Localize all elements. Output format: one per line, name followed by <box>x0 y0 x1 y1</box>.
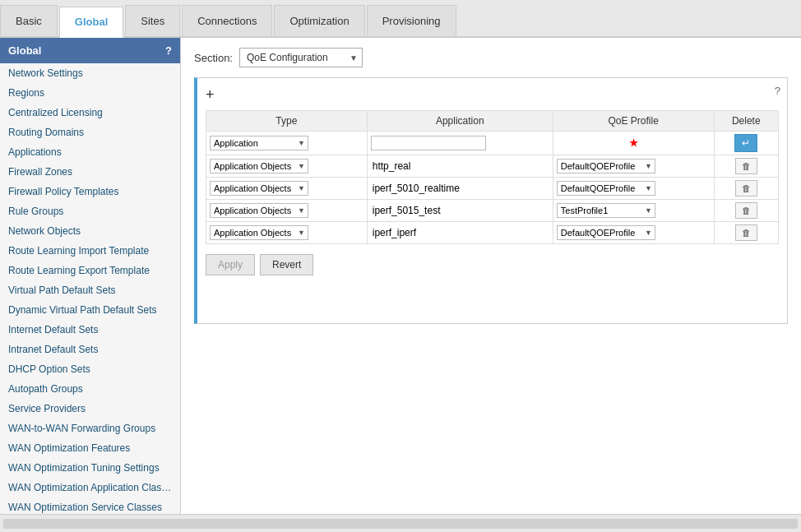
sidebar-header: Global ? <box>0 38 180 63</box>
row3-type-select[interactable]: Application Objects <box>210 203 308 218</box>
top-nav: Basic Global Sites Connections Optimizat… <box>0 0 801 38</box>
col-application: Application <box>367 111 553 132</box>
sidebar-item-route-learning-export[interactable]: Route Learning Export Template <box>0 261 180 280</box>
sidebar-item-network-settings[interactable]: Network Settings <box>0 63 180 83</box>
content-area: Section: QoE Configuration ▼ + ? Type Ap… <box>181 38 801 514</box>
row1-profile-cell: DefaultQOEProfile ▼ <box>553 155 714 178</box>
qoe-panel: + ? Type Application QoE Profile Delete <box>194 77 788 324</box>
tab-sites[interactable]: Sites <box>125 5 180 36</box>
add-row-button[interactable]: + <box>206 86 215 104</box>
bottom-scrollbar <box>0 514 801 532</box>
tab-provisioning[interactable]: Provisioning <box>367 5 456 36</box>
row3-delete-button[interactable]: 🗑 <box>735 202 757 219</box>
sidebar-item-route-learning-import[interactable]: Route Learning Import Template <box>0 241 180 261</box>
sidebar-item-dhcp-option-sets[interactable]: DHCP Option Sets <box>0 359 180 379</box>
row3-profile-cell: TestProfile1 ▼ <box>553 200 714 222</box>
row1-type-wrapper: Application Objects ▼ <box>210 159 308 173</box>
row1-delete-cell: 🗑 <box>714 155 778 178</box>
sidebar-item-wan-optimization-app-classifiers[interactable]: WAN Optimization Application Classifiers <box>0 478 180 497</box>
sidebar-item-internet-default-sets[interactable]: Internet Default Sets <box>0 320 180 340</box>
row3-type-wrapper: Application Objects ▼ <box>210 203 308 218</box>
col-delete: Delete <box>714 111 778 132</box>
tab-connections[interactable]: Connections <box>182 5 272 36</box>
bottom-scroll-track[interactable] <box>3 519 798 529</box>
row3-type-cell: Application Objects ▼ <box>206 200 368 222</box>
row3-profile-wrapper: TestProfile1 ▼ <box>557 203 655 218</box>
sidebar-item-wan-to-wan-forwarding-groups[interactable]: WAN-to-WAN Forwarding Groups <box>0 419 180 438</box>
table-row: Application Objects ▼ iperf_iperf Defaul… <box>206 222 779 244</box>
config-table: Type Application QoE Profile Delete Appl… <box>206 110 779 244</box>
row3-app-cell: iperf_5015_test <box>367 200 553 222</box>
tab-basic[interactable]: Basic <box>0 5 58 36</box>
row3-delete-cell: 🗑 <box>714 200 778 222</box>
col-qoe-profile: QoE Profile <box>553 111 714 132</box>
apply-button[interactable]: Apply <box>206 254 255 275</box>
sidebar-item-rule-groups[interactable]: Rule Groups <box>0 201 180 221</box>
sidebar-item-firewall-zones[interactable]: Firewall Zones <box>0 162 180 182</box>
new-row-confirm-button[interactable]: ↵ <box>734 134 757 152</box>
row4-type-wrapper: Application Objects ▼ <box>210 225 308 240</box>
tab-global[interactable]: Global <box>59 7 123 38</box>
new-row: Application Application Objects ▼ ★ <box>206 132 779 155</box>
sidebar-item-applications[interactable]: Applications <box>0 142 180 162</box>
new-row-action-cell: ↵ <box>714 132 778 155</box>
sidebar: Global ? Network Settings Regions Centra… <box>0 38 181 514</box>
row2-profile-wrapper: DefaultQOEProfile ▼ <box>557 181 655 196</box>
row1-app-cell: http_real <box>367 155 553 178</box>
sidebar-item-service-providers[interactable]: Service Providers <box>0 399 180 419</box>
sidebar-item-centralized-licensing[interactable]: Centralized Licensing <box>0 103 180 123</box>
sidebar-item-intranet-default-sets[interactable]: Intranet Default Sets <box>0 340 180 359</box>
table-row: Application Objects ▼ http_real DefaultQ… <box>206 155 779 178</box>
sidebar-item-virtual-path-default-sets[interactable]: Virtual Path Default Sets <box>0 280 180 300</box>
sidebar-item-routing-domains[interactable]: Routing Domains <box>0 123 180 142</box>
row1-profile-select[interactable]: DefaultQOEProfile <box>557 159 655 173</box>
sidebar-item-dynamic-virtual-path-default-sets[interactable]: Dynamic Virtual Path Default Sets <box>0 300 180 320</box>
row4-delete-button[interactable]: 🗑 <box>735 224 757 241</box>
row4-profile-select[interactable]: DefaultQOEProfile <box>557 225 655 240</box>
row2-type-select[interactable]: Application Objects <box>210 181 308 196</box>
revert-button[interactable]: Revert <box>260 254 313 275</box>
section-row: Section: QoE Configuration ▼ <box>194 48 788 67</box>
table-row: Application Objects ▼ iperf_5015_test Te… <box>206 200 779 222</box>
sidebar-title: Global <box>8 44 41 57</box>
new-row-type-cell: Application Application Objects ▼ <box>206 132 368 155</box>
row4-app-cell: iperf_iperf <box>367 222 553 244</box>
sidebar-help-icon[interactable]: ? <box>165 44 172 57</box>
col-type: Type <box>206 111 368 132</box>
new-row-type-wrapper: Application Application Objects ▼ <box>210 136 308 150</box>
section-select-wrapper: QoE Configuration ▼ <box>239 48 363 67</box>
new-row-app-input[interactable] <box>371 136 486 150</box>
new-row-profile-cell: ★ <box>553 132 714 155</box>
panel-help-icon[interactable]: ? <box>775 85 780 97</box>
sidebar-item-wan-optimization-tuning-settings[interactable]: WAN Optimization Tuning Settings <box>0 458 180 478</box>
table-row: Application Objects ▼ iperf_5010_realtim… <box>206 178 779 200</box>
row4-profile-cell: DefaultQOEProfile ▼ <box>553 222 714 244</box>
sidebar-item-wan-optimization-features[interactable]: WAN Optimization Features <box>0 438 180 458</box>
row4-delete-cell: 🗑 <box>714 222 778 244</box>
row2-delete-button[interactable]: 🗑 <box>735 180 757 197</box>
main-layout: Global ? Network Settings Regions Centra… <box>0 38 801 514</box>
sidebar-item-network-objects[interactable]: Network Objects <box>0 221 180 241</box>
row1-type-select[interactable]: Application Objects <box>210 159 308 173</box>
new-row-type-select[interactable]: Application Application Objects <box>210 136 308 150</box>
action-buttons: Apply Revert <box>206 254 779 275</box>
row2-app-cell: iperf_5010_realtime <box>367 178 553 200</box>
row2-profile-select[interactable]: DefaultQOEProfile <box>557 181 655 196</box>
row1-delete-button[interactable]: 🗑 <box>735 158 757 174</box>
row4-type-select[interactable]: Application Objects <box>210 225 308 240</box>
row2-delete-cell: 🗑 <box>714 178 778 200</box>
sidebar-item-autopath-groups[interactable]: Autopath Groups <box>0 379 180 399</box>
row1-profile-wrapper: DefaultQOEProfile ▼ <box>557 159 655 173</box>
section-label: Section: <box>194 52 233 64</box>
row4-profile-wrapper: DefaultQOEProfile ▼ <box>557 225 655 240</box>
sidebar-item-wan-optimization-service-classes[interactable]: WAN Optimization Service Classes <box>0 497 180 514</box>
required-star-icon: ★ <box>629 137 638 149</box>
section-select[interactable]: QoE Configuration <box>239 48 363 67</box>
tab-optimization[interactable]: Optimization <box>274 5 364 36</box>
row2-type-cell: Application Objects ▼ <box>206 178 368 200</box>
row4-type-cell: Application Objects ▼ <box>206 222 368 244</box>
sidebar-item-regions[interactable]: Regions <box>0 83 180 103</box>
sidebar-item-firewall-policy-templates[interactable]: Firewall Policy Templates <box>0 182 180 201</box>
row2-type-wrapper: Application Objects ▼ <box>210 181 308 196</box>
row3-profile-select[interactable]: TestProfile1 <box>557 203 655 218</box>
